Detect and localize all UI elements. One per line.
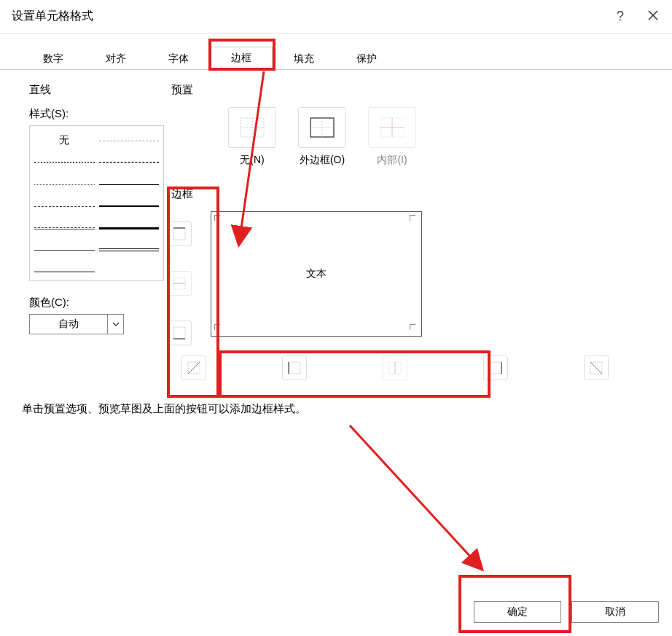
line-color-value: 自动 [30,318,107,331]
ok-button[interactable]: 确定 [474,601,561,623]
tab-font[interactable]: 字体 [147,47,210,70]
border-section-label: 边框 [171,187,650,201]
border-bottom-button[interactable] [167,321,192,345]
svg-line-24 [590,362,602,374]
close-icon[interactable] [644,9,662,24]
preset-outline[interactable]: 外边框(O) [298,107,346,167]
preset-inside-label: 内部(I) [368,154,416,167]
border-preview[interactable]: 文本 [211,211,422,337]
preset-inside-icon [368,107,416,148]
line-style-none[interactable]: 无 [34,130,95,151]
preset-none[interactable]: 无(N) [228,107,276,167]
line-style-picker: 无 [29,125,164,281]
line-color-label: 颜色(C): [29,296,164,310]
tab-border[interactable]: 边框 [210,47,273,70]
line-style-12[interactable] [34,262,95,282]
preset-outline-icon [298,107,346,148]
svg-line-26 [350,425,481,568]
svg-rect-17 [289,362,300,374]
preview-text: 文本 [306,267,327,280]
border-middle-v-button[interactable] [383,356,407,380]
line-style-5[interactable] [99,174,160,195]
preset-inside[interactable]: 内部(I) [368,107,416,167]
line-style-9[interactable] [99,218,160,238]
line-style-11[interactable] [99,240,160,260]
line-style-7[interactable] [99,196,160,216]
svg-line-16 [188,362,200,374]
annotation-arrow-2 [343,420,503,580]
line-style-3[interactable] [99,152,160,173]
border-left-button[interactable] [282,356,307,380]
line-style-6[interactable] [34,196,95,216]
hint-text: 单击预置选项、预览草图及上面的按钮可以添加边框样式。 [22,402,672,416]
svg-rect-21 [490,362,501,374]
preset-none-icon [228,107,276,148]
tab-align[interactable]: 对齐 [85,47,147,70]
preset-section-label: 预置 [171,83,650,97]
line-style-4[interactable] [34,174,95,195]
border-top-button[interactable] [167,221,192,246]
border-diag-up-button[interactable] [181,356,206,380]
line-style-label: 样式(S): [29,107,164,121]
chevron-down-icon [107,315,123,334]
dialog-titlebar: 设置单元格格式 ? [0,0,672,34]
border-diag-down-button[interactable] [584,356,609,380]
line-color-select[interactable]: 自动 [29,314,124,334]
border-right-button[interactable] [483,356,508,380]
line-style-10[interactable] [34,240,95,260]
line-style-2[interactable] [34,152,95,173]
line-style-8[interactable] [34,218,95,238]
preset-outline-label: 外边框(O) [298,154,346,167]
dialog-title: 设置单元格格式 [12,9,617,24]
cancel-button[interactable]: 取消 [571,601,659,623]
border-middle-h-button[interactable] [167,271,192,296]
tab-number[interactable]: 数字 [22,47,85,70]
preset-none-label: 无(N) [228,154,276,167]
line-section-label: 直线 [29,83,164,97]
tab-row: 数字 对齐 字体 边框 填充 保护 [0,44,672,70]
help-icon[interactable]: ? [617,9,624,24]
line-style-1[interactable] [99,130,160,151]
svg-rect-9 [173,228,185,240]
svg-rect-13 [173,327,185,339]
tab-protect[interactable]: 保护 [335,47,398,70]
tab-fill[interactable]: 填充 [273,47,335,70]
